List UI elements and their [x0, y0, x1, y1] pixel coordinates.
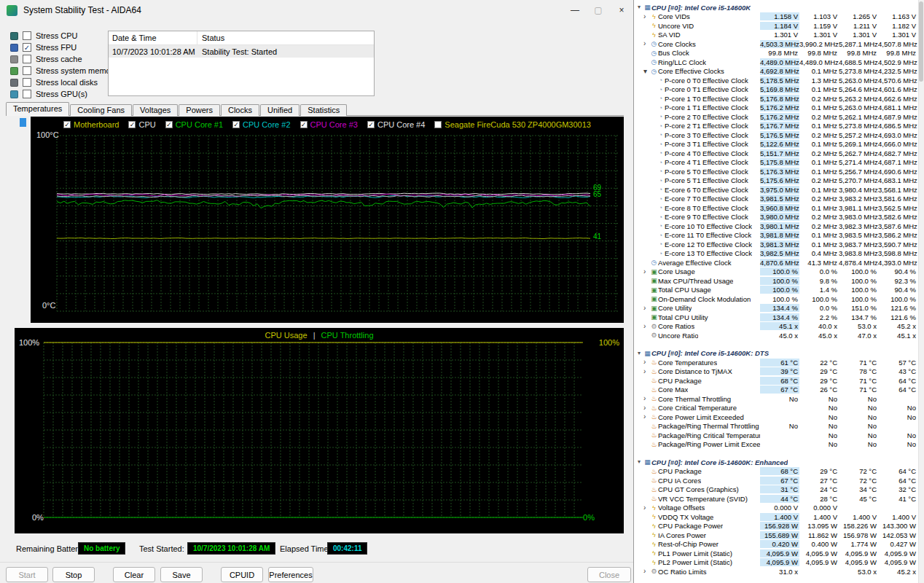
sensor-row[interactable]: ◔P-core 5 T0 Effective Clock5,176.3 MHz0…	[635, 167, 924, 176]
save-button[interactable]: Save	[160, 567, 203, 582]
sensor-row[interactable]: ›⚙Core Ratios45.1 x40.0 x53.0 x45.2 x	[635, 322, 924, 332]
legend-checkbox[interactable]: ✓	[128, 121, 136, 128]
sensor-row[interactable]: ›♨Core Distance to TjMAX39 °C29 °C78 °C4…	[635, 367, 924, 377]
sensor-group-header[interactable]: ▾▦CPU [#0]: Intel Core i5-14600K: Enhanc…	[635, 458, 924, 467]
tab-powers[interactable]: Powers	[179, 104, 220, 116]
sensor-group-header[interactable]: ▾▦CPU [#0]: Intel Core i5-14600K: DTS	[635, 349, 924, 359]
sensor-row[interactable]: ϟSA VID1.301 V1.301 V1.301 V1.301 V	[635, 31, 924, 40]
sensor-row[interactable]: ›♨Core Power Limit ExceededNoNoNo	[635, 412, 924, 422]
stress-option-stress-cache[interactable]: Stress cache	[10, 53, 117, 65]
sensor-row[interactable]: ◔P-core 2 T0 Effective Clock5,176.2 MHz0…	[635, 112, 924, 122]
expand-chevron-icon[interactable]: ›	[643, 40, 650, 47]
close-button[interactable]: Close	[587, 567, 631, 582]
sensor-row[interactable]: ›ϟVoltage Offsets0.000 V0.000 V	[635, 504, 924, 513]
sensor-row[interactable]: ◷Average Effective Clock4,870.6 MHz41.3 …	[635, 258, 924, 267]
sensor-row[interactable]: ♨CPU GT Cores (Graphics)31 °C24 °C34 °C3…	[635, 485, 924, 495]
start-button[interactable]: Start	[6, 567, 48, 582]
stress-checkbox[interactable]	[23, 90, 31, 98]
sensor-row[interactable]: ▣Total CPU Usage100.0 %1.4 %100.0 %90.4 …	[635, 286, 924, 295]
legend-checkbox[interactable]: ✓	[232, 121, 240, 128]
sensor-row[interactable]: ◔E-core 7 T0 Effective Clock3,981.5 MHz0…	[635, 195, 924, 204]
sensor-row[interactable]: ϟPL1 Power Limit (Static)4,095.9 W4,095.…	[635, 549, 924, 558]
stress-option-stress-fpu[interactable]: ✓Stress FPU	[10, 42, 117, 53]
sensor-row[interactable]: ▾◷Core Effective Clocks4,692.8 MHz0.1 MH…	[635, 67, 924, 77]
sensor-row[interactable]: ›▣Core Usage100.0 %0.0 %100.0 %90.4 %	[635, 267, 924, 277]
close-icon[interactable]: ×	[610, 1, 633, 19]
sensor-row[interactable]: ◷Ring/LLC Clock4,489.0 MHz4,489.0 MHz4,6…	[635, 58, 924, 67]
sensor-row[interactable]: ›⚙OC Ratio Limits31.0 x53.0 x45.2 x	[635, 567, 924, 576]
tab-statistics[interactable]: Statistics	[300, 104, 347, 116]
cpuid-button[interactable]: CPUID	[221, 567, 263, 582]
sensor-row[interactable]: ▣Total CPU Utility134.4 %2.2 %134.7 %121…	[635, 313, 924, 322]
group-chevron-icon[interactable]: ▾	[635, 458, 643, 466]
legend-checkbox[interactable]: ✓	[300, 121, 308, 128]
sensor-row[interactable]: ›◷Core Clocks4,503.3 MHz3,990.2 MHz5,287…	[635, 39, 924, 49]
sensor-row[interactable]: ♨Package/Ring Power Limit ExceededNoNoNo	[635, 440, 924, 450]
legend-checkbox[interactable]: ✓	[63, 121, 71, 128]
sensor-row[interactable]: ◔P-core 5 T1 Effective Clock5,175.6 MHz0…	[635, 176, 924, 186]
tab-cooling-fans[interactable]: Cooling Fans	[70, 104, 132, 116]
group-chevron-icon[interactable]: ▾	[635, 3, 643, 12]
expand-chevron-icon[interactable]: ›	[643, 305, 650, 312]
stress-option-stress-system-memory[interactable]: Stress system memory	[10, 65, 117, 77]
preferences-button[interactable]: Preferences	[268, 567, 313, 582]
sensor-row[interactable]: ›♨Core Thermal ThrottlingNoNoNo	[635, 394, 924, 404]
stress-checkbox[interactable]: ✓	[23, 43, 31, 52]
minimize-icon[interactable]: —	[563, 1, 587, 19]
sensor-row[interactable]: ♨Core Max67 °C26 °C71 °C64 °C	[635, 386, 924, 395]
stress-option-stress-gpu-s[interactable]: Stress GPU(s)	[10, 88, 117, 100]
sensor-row[interactable]: ›ϟCore VIDs1.158 V1.103 V1.265 V1.163 V	[635, 12, 924, 22]
expand-chevron-icon[interactable]: ›	[643, 568, 650, 575]
expand-chevron-icon[interactable]: ›	[643, 368, 650, 375]
sensor-row[interactable]: ϟCPU Package Power156.928 W13.095 W158.2…	[635, 522, 924, 531]
sensor-row[interactable]: ◔E-core 13 T0 Effective Clock3,982.5 MHz…	[635, 249, 924, 259]
clear-button[interactable]: Clear	[113, 567, 155, 582]
sensor-group-header[interactable]: ▾▦CPU [#0]: Intel Core i5-14600K	[635, 3, 924, 12]
stress-checkbox[interactable]	[23, 78, 31, 87]
expand-chevron-icon[interactable]: ›	[643, 404, 650, 412]
expand-chevron-icon[interactable]: ›	[643, 359, 650, 366]
tab-unified[interactable]: Unified	[260, 104, 299, 116]
sensor-row[interactable]: ⚙Uncore Ratio45.0 x45.0 x47.0 x45.1 x	[635, 331, 924, 340]
sensor-row[interactable]: ▣Max CPU/Thread Usage100.0 %9.8 %100.0 %…	[635, 276, 924, 286]
expand-chevron-icon[interactable]: ›	[643, 413, 650, 420]
group-chevron-icon[interactable]: ▾	[635, 349, 643, 358]
sensor-row[interactable]: ◔E-core 12 T0 Effective Clock3,981.3 MHz…	[635, 240, 924, 249]
sensor-row[interactable]: ♨CPU IA Cores67 °C27 °C72 °C64 °C	[635, 476, 924, 485]
sensor-row[interactable]: ◔E-core 6 T0 Effective Clock3,975.0 MHz0…	[635, 185, 924, 195]
sensor-row[interactable]: ◔P-core 3 T0 Effective Clock5,176.5 MHz0…	[635, 130, 924, 140]
sensor-row[interactable]: ›♨Core Temperatures61 °C22 °C71 °C57 °C	[635, 358, 924, 367]
sensor-row[interactable]: ◔E-core 11 T0 Effective Clock3,981.8 MHz…	[635, 231, 924, 240]
expand-chevron-icon[interactable]: ›	[643, 504, 650, 512]
stress-checkbox[interactable]	[23, 31, 31, 40]
expand-chevron-icon[interactable]: ›	[643, 323, 650, 330]
stress-option-stress-cpu[interactable]: Stress CPU	[10, 30, 117, 42]
sensor-row[interactable]: ♨Package/Ring Critical TemperatureNoNoNo	[635, 431, 924, 440]
sensor-row[interactable]: ϟRest-of-Chip Power0.420 W0.400 W1.774 W…	[635, 540, 924, 549]
sensor-row[interactable]: ◔E-core 9 T0 Effective Clock3,980.0 MHz0…	[635, 213, 924, 222]
sensor-row[interactable]: ◔P-core 1 T1 Effective Clock5,176.2 MHz0…	[635, 103, 924, 113]
stress-checkbox[interactable]	[23, 66, 31, 75]
sensor-row[interactable]: ◔P-core 0 T0 Effective Clock5,178.5 MHz1…	[635, 76, 924, 85]
sensor-row[interactable]: ♨CPU Package68 °C29 °C72 °C64 °C	[635, 467, 924, 477]
stress-checkbox[interactable]	[23, 55, 31, 63]
tab-temperatures[interactable]: Temperatures	[6, 102, 69, 116]
stress-option-stress-local-disks[interactable]: Stress local disks	[10, 77, 117, 88]
sensor-row[interactable]: ♨CPU Package68 °C29 °C71 °C64 °C	[635, 376, 924, 386]
tab-clocks[interactable]: Clocks	[221, 104, 259, 116]
sensor-row[interactable]: ϟUncore VID1.184 V1.159 V1.211 V1.182 V	[635, 21, 924, 31]
sensor-row[interactable]: ◔E-core 10 T0 Effective Clock3,980.1 MHz…	[635, 222, 924, 231]
tab-voltages[interactable]: Voltages	[133, 104, 178, 116]
sensor-scrollbar[interactable]	[918, 0, 924, 583]
sensor-row[interactable]: ♨Package/Ring Thermal ThrottlingNoNoNo	[635, 422, 924, 431]
sensor-row[interactable]: ▣On-Demand Clock Modulation100.0 %100.0 …	[635, 294, 924, 304]
sensor-row[interactable]: ϟPL2 Power Limit (Static)4,095.9 W4,095.…	[635, 558, 924, 568]
sensor-row[interactable]: ◔P-core 0 T1 Effective Clock5,169.8 MHz0…	[635, 85, 924, 95]
legend-checkbox[interactable]	[434, 121, 442, 128]
sensor-row[interactable]: ϟIA Cores Power155.689 W11.862 W156.978 …	[635, 531, 924, 540]
log-table-row[interactable]: 10/7/2023 10:01:28 AM Stability Test: St…	[109, 45, 374, 58]
expand-chevron-icon[interactable]: ▾	[643, 68, 650, 75]
sensor-row[interactable]: ◔P-core 4 T0 Effective Clock5,151.7 MHz0…	[635, 149, 924, 158]
sensor-row[interactable]: ◔E-core 8 T0 Effective Clock3,960.8 MHz0…	[635, 203, 924, 213]
legend-checkbox[interactable]: ✓	[367, 121, 375, 128]
